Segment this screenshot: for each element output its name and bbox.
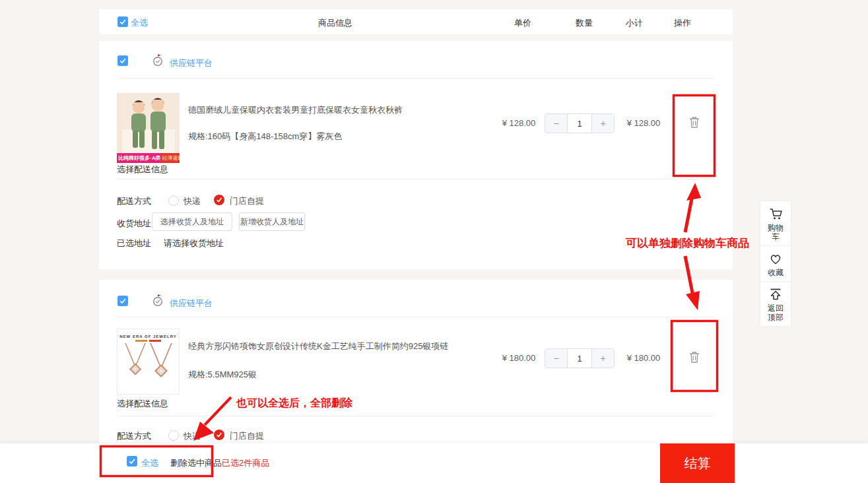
delete-selected-button[interactable]: 删除选中商品	[170, 457, 222, 469]
cart-page: 全选 商品信息 单价 数量 小计 操作 供应链平台	[0, 0, 868, 483]
kids-photo-illustration	[117, 93, 180, 153]
check-icon	[216, 432, 222, 438]
column-unit-price: 单价	[490, 17, 556, 29]
decrease-button[interactable]: −	[545, 349, 568, 368]
trash-icon	[688, 350, 700, 364]
product-title[interactable]: 德国磨绒儿童保暖内衣套装男童打底保暖衣女童秋衣秋裤	[188, 104, 485, 116]
quantity-value[interactable]: 1	[568, 114, 591, 133]
necklace-illustration	[117, 342, 179, 388]
decrease-button[interactable]: −	[545, 114, 568, 133]
check-icon	[119, 18, 127, 26]
express-radio[interactable]	[168, 195, 179, 206]
cart-group-1: 供应链平台 比纯棉好很多·A类 轻薄速暖 德国磨绒儿童保暖内衣套装男童打底保暖衣…	[99, 41, 733, 269]
select-all-label[interactable]: 全选	[131, 17, 148, 29]
heart-icon	[768, 251, 784, 267]
pickup-radio[interactable]	[214, 195, 224, 205]
quantity-stepper[interactable]: − 1 +	[545, 113, 615, 133]
quantity-value[interactable]: 1	[568, 349, 591, 368]
product-spec: 规格:160码【身高148-158cm穿】雾灰色	[188, 131, 342, 143]
sidebar-back-to-top-label: 返回顶部	[767, 304, 784, 322]
group1-checkbox[interactable]	[117, 55, 128, 66]
shop-icon	[151, 293, 164, 309]
choose-address-button[interactable]: 选择收货人及地址	[152, 212, 232, 231]
check-icon	[119, 297, 127, 305]
delete-item-button[interactable]	[688, 115, 700, 131]
group2-checkbox[interactable]	[117, 296, 128, 306]
column-actions: 操作	[650, 17, 716, 29]
product-title[interactable]: 经典方形闪锆项饰女原创设计传统K金工艺纯手工制作简约925银项链	[188, 340, 492, 352]
sidebar-back-to-top[interactable]: 返回顶部	[760, 282, 791, 326]
express-label[interactable]: 快递	[184, 195, 201, 207]
checkout-button[interactable]: 结算	[660, 443, 735, 483]
seller-link[interactable]: 供应链平台	[170, 298, 213, 309]
unit-price: ¥ 128.00	[486, 118, 552, 128]
banner-left-text: 比纯棉好很多·A类	[117, 153, 160, 163]
product-image-necklace[interactable]: NEW ERA OF JEWELRY	[117, 329, 180, 395]
banner-right-text: 轻薄速暖	[160, 153, 180, 163]
check-icon	[128, 457, 136, 465]
column-product-info: 商品信息	[302, 17, 368, 29]
select-all-checkbox[interactable]	[117, 16, 128, 27]
floating-sidebar: 购物车 收藏 返回顶部	[760, 201, 791, 326]
cart-icon	[768, 206, 784, 222]
footer-select-all-checkbox[interactable]	[127, 456, 137, 467]
sidebar-favorites[interactable]: 收藏	[760, 246, 791, 282]
express-label[interactable]: 快递	[184, 430, 201, 442]
sidebar-cart-label: 购物车	[767, 223, 784, 242]
brand-text: NEW ERA OF JEWELRY	[117, 335, 179, 338]
trash-icon	[688, 115, 700, 129]
checkout-bar: 全选 删除选中商品 已选2件商品 总价(含快递) 308.00 结算	[0, 443, 868, 483]
selected-address-label: 已选地址	[117, 238, 151, 249]
check-icon	[216, 197, 222, 203]
pickup-label[interactable]: 门店自提	[230, 430, 264, 442]
delete-item-button[interactable]	[688, 350, 700, 366]
delivery-section-title: 选择配送信息	[117, 164, 168, 176]
selected-address-value: 请选择收货地址	[164, 238, 224, 249]
express-radio[interactable]	[168, 430, 179, 441]
footer-select-all-label[interactable]: 全选	[141, 457, 158, 469]
add-address-button[interactable]: 新增收货人及地址	[239, 212, 305, 231]
back-to-top-icon	[768, 286, 784, 302]
seller-link[interactable]: 供应链平台	[170, 57, 213, 69]
address-label: 收货地址	[117, 218, 151, 230]
selected-count: 已选2件商品	[222, 457, 269, 469]
quantity-stepper[interactable]: − 1 +	[545, 348, 615, 368]
pickup-radio[interactable]	[214, 430, 224, 440]
product-spec: 规格:5.5MM925银	[188, 369, 257, 381]
unit-price: ¥ 180.00	[486, 353, 552, 363]
subtotal-price: ¥ 180.00	[611, 353, 677, 363]
pickup-label[interactable]: 门店自提	[230, 195, 264, 207]
sidebar-cart[interactable]: 购物车	[760, 201, 791, 246]
product-image-kids-thermal[interactable]: 比纯棉好很多·A类 轻薄速暖	[117, 93, 180, 163]
delivery-method-label: 配送方式	[117, 195, 151, 207]
product-image-banner: 比纯棉好很多·A类 轻薄速暖	[117, 153, 180, 163]
delivery-section-title: 选择配送信息	[117, 398, 168, 410]
cart-group-2: 供应链平台 NEW ERA OF JEWELRY 经典方形闪锆项饰女原创设计传统…	[99, 280, 733, 443]
subtotal-price: ¥ 128.00	[611, 118, 677, 128]
shop-icon	[151, 53, 164, 69]
check-icon	[119, 57, 127, 65]
cart-header: 全选 商品信息 单价 数量 小计 操作	[99, 9, 733, 34]
delivery-method-label: 配送方式	[117, 430, 151, 442]
sidebar-favorites-label: 收藏	[767, 268, 784, 277]
